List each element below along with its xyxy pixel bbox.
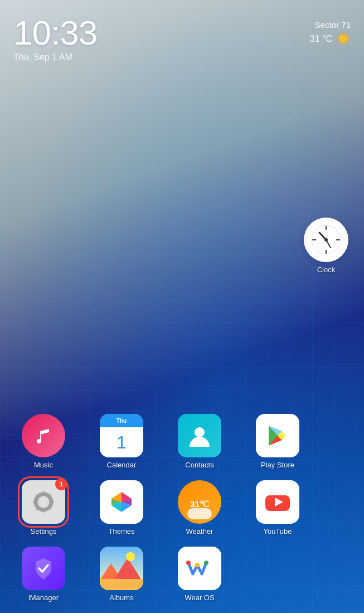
svg-point-23	[204, 561, 208, 565]
albums-icon-wrap	[100, 547, 143, 590]
calendar-icon: Thu 1	[100, 414, 143, 457]
weather-toggle	[187, 508, 212, 519]
youtube-svg	[263, 487, 292, 517]
app-row-3: iManager	[4, 541, 360, 607]
wearos-icon-wrap	[178, 547, 221, 590]
wearos-svg	[185, 554, 214, 583]
app-playstore[interactable]: Play Store	[239, 408, 317, 475]
app-youtube[interactable]: YouTube	[239, 475, 317, 541]
svg-point-20	[126, 552, 135, 561]
temperature-display: 31 °C	[310, 34, 332, 44]
location-name: Sector 71	[310, 20, 351, 30]
imanager-svg	[31, 556, 56, 581]
contacts-icon-wrap	[178, 414, 221, 457]
music-label: Music	[34, 461, 53, 469]
svg-point-11	[39, 498, 48, 506]
contacts-person	[178, 414, 221, 457]
app-row-1: Music Thu 1 Calendar	[4, 408, 360, 475]
settings-label: Settings	[31, 527, 57, 535]
sun-icon: ☀️	[336, 32, 351, 46]
calendar-day: 1	[100, 427, 143, 457]
svg-point-8	[195, 427, 205, 437]
weather-icon-wrap: 31℃	[178, 480, 221, 524]
gear-svg	[30, 488, 57, 516]
svg-point-21	[186, 561, 191, 565]
playstore-label: Play Store	[261, 461, 294, 469]
weather-info: 31 °C ☀️	[310, 32, 351, 46]
app-wearos[interactable]: Wear OS	[161, 541, 239, 607]
clock-icon	[304, 218, 348, 262]
app-albums[interactable]: Albums	[82, 541, 161, 607]
imanager-icon-wrap	[22, 547, 65, 590]
app-settings[interactable]: 1 Settings	[4, 475, 82, 541]
themes-svg	[107, 487, 136, 517]
albums-svg	[100, 547, 143, 590]
settings-icon-wrap: 1	[22, 480, 65, 524]
screen-content: 10:33 Thu, Sep 1 AM Sector 71 31 °C ☀️	[0, 0, 364, 613]
youtube-icon-wrap	[256, 480, 299, 524]
weather-section: Sector 71 31 °C ☀️	[310, 16, 351, 46]
app-themes[interactable]: Themes	[82, 475, 161, 541]
svg-rect-19	[100, 579, 143, 590]
albums-label: Albums	[109, 593, 133, 602]
music-icon-wrap	[22, 414, 65, 457]
app-calendar[interactable]: Thu 1 Calendar	[82, 408, 161, 475]
status-bar: 10:33 Thu, Sep 1 AM Sector 71 31 °C ☀️	[0, 0, 364, 62]
youtube-icon	[256, 480, 299, 524]
app-row-2: 1 Settings	[4, 475, 360, 541]
imanager-icon	[22, 547, 65, 590]
clock-face-svg	[310, 224, 342, 255]
calendar-label: Calendar	[107, 461, 137, 469]
contacts-icon	[178, 414, 221, 457]
themes-label: Themes	[109, 527, 135, 535]
time-display: 10:33	[13, 16, 97, 50]
youtube-label: YouTube	[263, 527, 292, 535]
calendar-header: Thu	[100, 414, 143, 427]
date-display: Thu, Sep 1 AM	[13, 52, 97, 62]
playstore-icon-wrap	[256, 414, 299, 457]
contacts-label: Contacts	[185, 461, 213, 469]
app-contacts[interactable]: Contacts	[161, 408, 239, 475]
wearos-label: Wear OS	[185, 593, 214, 602]
app-music[interactable]: Music	[4, 408, 82, 475]
svg-point-7	[324, 238, 328, 242]
svg-point-22	[195, 563, 200, 567]
time-section: 10:33 Thu, Sep 1 AM	[13, 16, 97, 62]
clock-label: Clock	[317, 266, 336, 274]
music-icon	[22, 414, 65, 457]
app-weather[interactable]: 31℃ Weather	[161, 475, 239, 541]
themes-icon-wrap	[100, 480, 143, 524]
weather-icon: 31℃	[178, 480, 221, 524]
wearos-icon	[178, 547, 221, 590]
settings-badge: 1	[55, 478, 67, 490]
playstore-icon	[256, 414, 299, 457]
imanager-label: iManager	[28, 593, 59, 602]
app-grid: Music Thu 1 Calendar	[0, 408, 364, 607]
person-svg	[187, 423, 212, 448]
music-note-svg	[33, 426, 54, 446]
albums-icon	[100, 547, 143, 590]
app-imanager[interactable]: iManager	[4, 541, 82, 607]
app-clock[interactable]: Clock	[304, 218, 348, 274]
weather-label: Weather	[186, 527, 213, 535]
calendar-icon-wrap: Thu 1	[100, 414, 143, 457]
playstore-svg	[265, 423, 290, 448]
themes-icon	[100, 480, 143, 524]
